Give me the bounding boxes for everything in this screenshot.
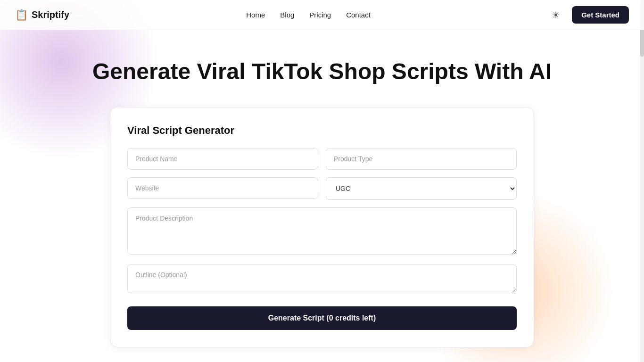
website-field — [127, 177, 318, 200]
generate-script-button[interactable]: Generate Script (0 credits left) — [127, 306, 517, 330]
website-input[interactable] — [127, 177, 318, 199]
form-card: Viral Script Generator UGC Review Tutori… — [110, 107, 534, 347]
product-name-field — [127, 148, 318, 170]
nav-home[interactable]: Home — [246, 11, 265, 19]
product-type-field — [326, 148, 517, 170]
sun-icon: ☀ — [552, 9, 560, 21]
product-name-input[interactable] — [127, 148, 318, 170]
nav-links: Home Blog Pricing Contact — [246, 11, 371, 19]
nav-contact[interactable]: Contact — [346, 11, 371, 19]
description-field — [127, 207, 517, 256]
outline-field — [127, 264, 517, 295]
main-content: Generate Viral TikTok Shop Scripts With … — [0, 30, 644, 347]
logo-text: Skriptify — [32, 9, 69, 20]
theme-toggle-button[interactable]: ☀ — [547, 7, 564, 24]
outline-textarea[interactable] — [127, 264, 517, 293]
navbar: 📋 Skriptify Home Blog Pricing Contact ☀ … — [0, 0, 644, 30]
hero-title: Generate Viral TikTok Shop Scripts With … — [92, 58, 552, 84]
logo[interactable]: 📋 Skriptify — [15, 9, 69, 21]
form-title: Viral Script Generator — [127, 124, 517, 137]
description-textarea[interactable] — [127, 207, 517, 255]
form-row-3 — [127, 207, 517, 256]
get-started-button[interactable]: Get Started — [572, 6, 629, 24]
nav-blog[interactable]: Blog — [280, 11, 294, 19]
product-type-input[interactable] — [326, 148, 517, 170]
form-row-1 — [127, 148, 517, 170]
script-type-field: UGC Review Tutorial Demo Testimonial — [326, 177, 517, 200]
script-type-select[interactable]: UGC Review Tutorial Demo Testimonial — [326, 177, 517, 200]
form-row-4 — [127, 264, 517, 295]
nav-actions: ☀ Get Started — [547, 6, 629, 24]
form-row-2: UGC Review Tutorial Demo Testimonial — [127, 177, 517, 200]
nav-pricing[interactable]: Pricing — [309, 11, 331, 19]
logo-icon: 📋 — [15, 9, 28, 21]
